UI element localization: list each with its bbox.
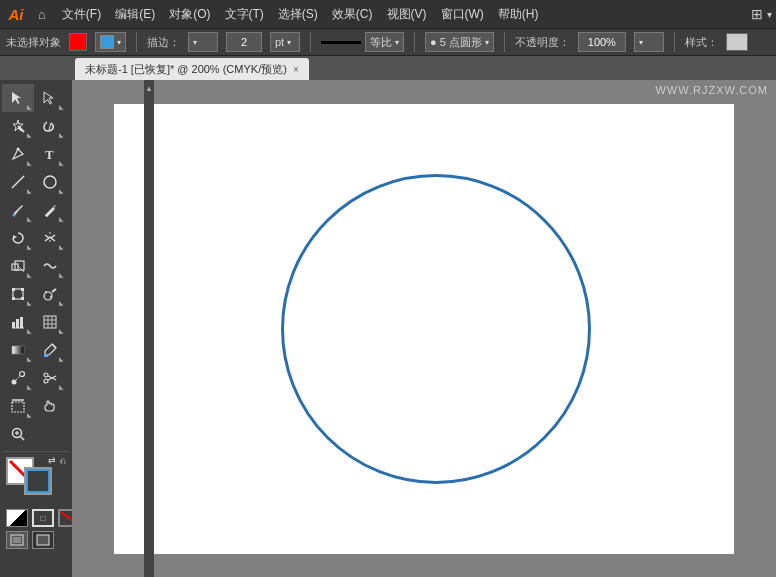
warp-btn[interactable]: ◣ [34, 252, 66, 280]
tab-bar: 未标题-1 [已恢复]* @ 200% (CMYK/预览) × [0, 56, 776, 80]
toolbar-separator [4, 451, 68, 452]
free-transform-btn[interactable]: ◣ [2, 280, 34, 308]
menu-bar: 文件(F) 编辑(E) 对象(O) 文字(T) 选择(S) 效果(C) 视图(V… [56, 4, 545, 25]
stroke-type-dropdown[interactable]: ▾ [188, 32, 218, 52]
lasso-tool-btn[interactable]: ◣ [34, 112, 66, 140]
svg-point-19 [44, 292, 52, 300]
svg-rect-15 [12, 288, 15, 291]
direct-selection-tool-btn[interactable]: ◣ [34, 84, 66, 112]
mesh-btn[interactable]: ◣ [34, 308, 66, 336]
menu-edit[interactable]: 编辑(E) [109, 4, 161, 25]
zoom-btn[interactable] [2, 420, 34, 448]
artboard-btn[interactable]: ◣ [2, 392, 34, 420]
stroke-line-preview [321, 41, 361, 44]
scissors-btn[interactable]: ◣ [34, 364, 66, 392]
svg-rect-24 [16, 319, 19, 328]
menu-file[interactable]: 文件(F) [56, 4, 107, 25]
reset-colors-btn[interactable]: ⎌ [60, 455, 66, 466]
svg-rect-51 [13, 537, 21, 543]
menu-view[interactable]: 视图(V) [381, 4, 433, 25]
svg-rect-16 [21, 288, 24, 291]
svg-rect-34 [44, 354, 48, 357]
reflect-btn[interactable]: ◣ [34, 224, 66, 252]
scroll-indicator: ▲ [144, 80, 154, 577]
arrange-icon[interactable]: ⊞ [751, 6, 763, 22]
tool-row-7: ◣ ◣ [2, 252, 70, 280]
menu-effect[interactable]: 效果(C) [326, 4, 379, 25]
stroke-label: 描边： [147, 35, 180, 50]
stroke-unit-dropdown[interactable]: pt ▾ [270, 32, 300, 52]
stroke-width-input[interactable] [226, 32, 262, 52]
menu-window[interactable]: 窗口(W) [435, 4, 490, 25]
svg-rect-18 [21, 297, 24, 300]
empty-btn [34, 420, 66, 448]
menu-help[interactable]: 帮助(H) [492, 4, 545, 25]
svg-rect-42 [12, 402, 24, 412]
opacity-input[interactable] [578, 32, 626, 52]
menu-type[interactable]: 文字(T) [219, 4, 270, 25]
opacity-dropdown[interactable]: ▾ [634, 32, 664, 52]
title-bar: Ai ⌂ 文件(F) 编辑(E) 对象(O) 文字(T) 选择(S) 效果(C)… [0, 0, 776, 28]
tool-row-10: ◣ ◣ [2, 336, 70, 364]
pen-tool-btn[interactable]: ◣ [2, 140, 34, 168]
eyedropper-btn[interactable]: ◣ [34, 336, 66, 364]
graph-btn[interactable]: ◣ [2, 308, 34, 336]
title-bar-right: ⊞ ▾ [751, 6, 772, 22]
paintbrush-btn[interactable]: ◣ [2, 196, 34, 224]
magic-wand-btn[interactable]: ◣ [2, 112, 34, 140]
gradient-mode-btn[interactable]: □ [32, 509, 54, 527]
symbol-sprayer-btn[interactable]: ◣ [34, 280, 66, 308]
svg-point-39 [44, 379, 48, 383]
type-tool-btn[interactable]: T ◣ [34, 140, 66, 168]
tool-row-4: ◣ ◣ [2, 168, 70, 196]
home-icon[interactable]: ⌂ [34, 5, 50, 24]
no-selection-label: 未选择对象 [6, 35, 61, 50]
svg-line-45 [21, 437, 25, 441]
tool-row-11: ◣ ◣ [2, 364, 70, 392]
main-area: ◣ ◣ ◣ ◣ [0, 80, 776, 577]
arrange-dropdown-arrow[interactable]: ▾ [767, 9, 772, 20]
style-swatch[interactable] [726, 33, 748, 51]
gradient-btn[interactable]: ◣ [2, 336, 34, 364]
selection-tool-btn[interactable]: ◣ [2, 84, 34, 112]
stroke-style-dropdown[interactable]: 等比 ▾ [365, 32, 404, 52]
options-bar: 未选择对象 ▾ 描边： ▾ pt ▾ 等比 ▾ ● 5 点圆形 ▾ 不透明度： … [0, 28, 776, 56]
tool-row-9: ◣ ◣ [2, 308, 70, 336]
scale-btn[interactable]: ◣ [2, 252, 34, 280]
svg-rect-32 [12, 346, 24, 354]
svg-point-22 [50, 296, 52, 298]
pencil-btn[interactable]: ◣ [34, 196, 66, 224]
svg-rect-17 [12, 297, 15, 300]
menu-object[interactable]: 对象(O) [163, 4, 216, 25]
svg-point-21 [45, 291, 47, 293]
hand-btn[interactable] [34, 392, 66, 420]
line-tool-btn[interactable]: ◣ [2, 168, 34, 196]
stroke-color-swatch[interactable] [24, 467, 52, 495]
screen-mode-normal-btn[interactable] [6, 531, 28, 549]
canvas-circle [281, 174, 591, 484]
svg-point-36 [20, 372, 25, 377]
separator-1 [136, 32, 137, 52]
blend-btn[interactable]: ◣ [2, 364, 34, 392]
separator-4 [504, 32, 505, 52]
point-shape-dropdown[interactable]: ● 5 点圆形 ▾ [425, 32, 494, 52]
separator-3 [414, 32, 415, 52]
none-mode-btn[interactable] [58, 509, 72, 527]
tab-close-button[interactable]: × [293, 64, 299, 75]
menu-select[interactable]: 选择(S) [272, 4, 324, 25]
fill-dropdown[interactable]: ▾ [95, 32, 126, 52]
svg-line-37 [16, 376, 20, 380]
document-tab[interactable]: 未标题-1 [已恢复]* @ 200% (CMYK/预览) × [75, 58, 309, 80]
color-mode-btn[interactable] [6, 509, 28, 527]
swap-colors-btn[interactable]: ⇄ [48, 455, 56, 465]
tool-row-12: ◣ [2, 392, 70, 420]
screen-mode-full-btn[interactable] [32, 531, 54, 549]
tool-row-8: ◣ ◣ [2, 280, 70, 308]
fill-swatch[interactable] [69, 33, 87, 51]
svg-text:T: T [45, 147, 54, 162]
svg-point-3 [17, 148, 20, 151]
ellipse-tool-btn[interactable]: ◣ [34, 168, 66, 196]
canvas-area: ▲ WWW.RJZXW.COM [72, 80, 776, 577]
rotate-btn[interactable]: ◣ [2, 224, 34, 252]
screen-mode-area [2, 529, 58, 551]
